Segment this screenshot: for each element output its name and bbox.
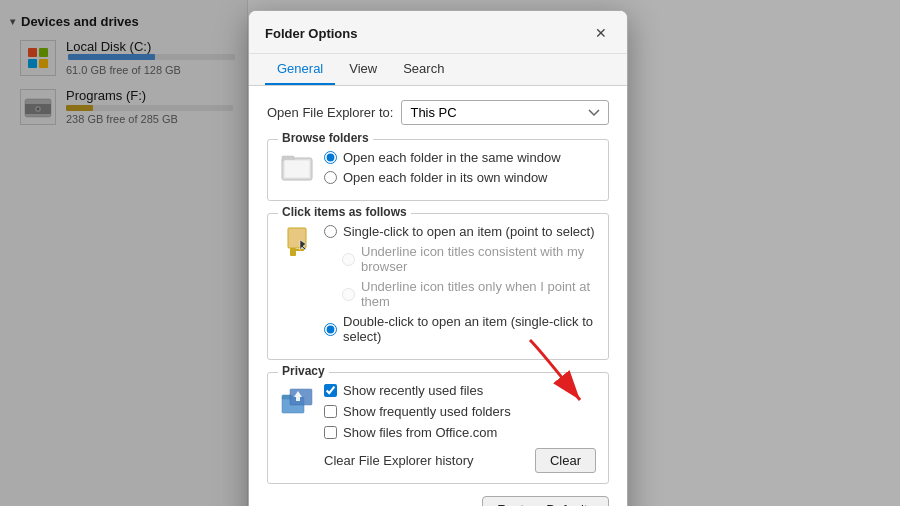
radio-underline-consistent: Underline icon titles consistent with my… (324, 244, 596, 274)
svg-rect-10 (284, 160, 310, 178)
checkbox-frequent-folders-label[interactable]: Show frequently used folders (343, 404, 511, 419)
radio-underline-hover-input (342, 288, 355, 301)
radio-underline-hover: Underline icon titles only when I point … (324, 279, 596, 309)
radio-own-window-label[interactable]: Open each folder in its own window (343, 170, 548, 185)
dialog-titlebar: Folder Options ✕ (249, 11, 627, 54)
radio-double-click[interactable]: Double-click to open an item (single-cli… (324, 314, 596, 344)
click-items-section: Click items as follows Single-click to o… (267, 213, 609, 360)
browse-folders-content: Open each folder in the same window Open… (280, 150, 596, 190)
radio-underline-hover-label: Underline icon titles only when I point … (361, 279, 596, 309)
open-explorer-label: Open File Explorer to: (267, 105, 393, 120)
privacy-legend: Privacy (278, 364, 329, 378)
checkbox-office-files-input[interactable] (324, 426, 337, 439)
tab-search[interactable]: Search (391, 54, 456, 85)
svg-rect-13 (290, 249, 304, 251)
radio-double-click-label[interactable]: Double-click to open an item (single-cli… (343, 314, 596, 344)
checkbox-frequent-folders[interactable]: Show frequently used folders (324, 404, 596, 419)
click-items-legend: Click items as follows (278, 205, 411, 219)
clear-history-label: Clear File Explorer history (324, 453, 474, 468)
checkbox-office-files-label[interactable]: Show files from Office.com (343, 425, 497, 440)
restore-defaults-button[interactable]: Restore Defaults (482, 496, 609, 506)
click-items-icon (280, 224, 314, 258)
tab-general[interactable]: General (265, 54, 335, 85)
privacy-section: Privacy Show recently used files (267, 372, 609, 484)
radio-underline-consistent-input (342, 253, 355, 266)
radio-own-window-input[interactable] (324, 171, 337, 184)
radio-single-click-label[interactable]: Single-click to open an item (point to s… (343, 224, 594, 239)
checkbox-office-files[interactable]: Show files from Office.com (324, 425, 596, 440)
privacy-icon (280, 383, 314, 417)
radio-same-window-input[interactable] (324, 151, 337, 164)
browse-folders-legend: Browse folders (278, 131, 373, 145)
radio-same-window[interactable]: Open each folder in the same window (324, 150, 596, 165)
dialog-title: Folder Options (265, 26, 357, 41)
clear-button[interactable]: Clear (535, 448, 596, 473)
folder-options-dialog: Folder Options ✕ General View Search Ope… (248, 10, 628, 506)
checkbox-frequent-folders-input[interactable] (324, 405, 337, 418)
click-items-options: Single-click to open an item (point to s… (324, 224, 596, 349)
open-explorer-select[interactable]: This PC Quick access (401, 100, 609, 125)
checkbox-recent-files-label[interactable]: Show recently used files (343, 383, 483, 398)
radio-underline-consistent-label: Underline icon titles consistent with my… (361, 244, 596, 274)
clear-history-row: Clear File Explorer history Clear (324, 448, 596, 473)
browse-folders-options: Open each folder in the same window Open… (324, 150, 596, 190)
radio-single-click-input[interactable] (324, 225, 337, 238)
dialog-close-button[interactable]: ✕ (589, 21, 613, 45)
radio-double-click-input[interactable] (324, 323, 337, 336)
open-explorer-row: Open File Explorer to: This PC Quick acc… (267, 100, 609, 125)
tab-view[interactable]: View (337, 54, 389, 85)
checkbox-recent-files-input[interactable] (324, 384, 337, 397)
dialog-tabs: General View Search (249, 54, 627, 86)
radio-same-window-label[interactable]: Open each folder in the same window (343, 150, 561, 165)
browse-folder-icon (280, 150, 314, 184)
browse-folders-section: Browse folders Open each folder in the s… (267, 139, 609, 201)
privacy-content: Show recently used files Show frequently… (280, 383, 596, 473)
click-items-content: Single-click to open an item (point to s… (280, 224, 596, 349)
restore-defaults-row: Restore Defaults (267, 496, 609, 506)
checkbox-recent-files[interactable]: Show recently used files (324, 383, 596, 398)
privacy-options: Show recently used files Show frequently… (324, 383, 596, 473)
radio-own-window[interactable]: Open each folder in its own window (324, 170, 596, 185)
radio-single-click[interactable]: Single-click to open an item (point to s… (324, 224, 596, 239)
dialog-body: Open File Explorer to: This PC Quick acc… (249, 86, 627, 506)
